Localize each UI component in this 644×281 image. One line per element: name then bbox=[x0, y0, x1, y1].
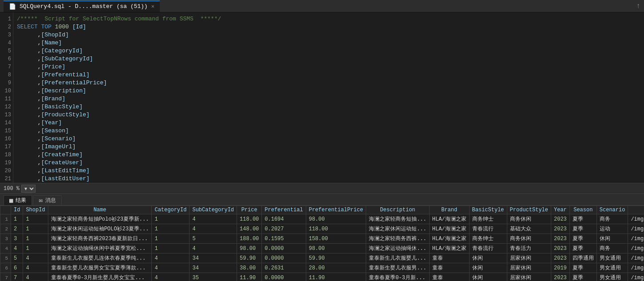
cell-BasicStyle: 商务绅士 bbox=[469, 214, 507, 224]
cell-Name: 海澜之家运动抽绳休闲中裤夏季宽松... bbox=[48, 244, 152, 253]
table-row[interactable]: 441海澜之家运动抽绳休闲中裤夏季宽松...1498.000.000098.00… bbox=[0, 244, 644, 253]
cell-row: 6 bbox=[0, 263, 11, 273]
cell-Brand: HLA/海澜之家 bbox=[429, 244, 469, 253]
cell-SubCategoryId: 4 bbox=[190, 224, 237, 234]
table-row[interactable]: 664童泰新生婴儿衣服男女宝宝夏季薄款...43438.000.263128.0… bbox=[0, 263, 644, 273]
cell-BasicStyle: 青春流行 bbox=[469, 224, 507, 234]
scroll-up-button[interactable]: ↑ bbox=[636, 2, 640, 10]
cell-Season: 夏季 bbox=[569, 244, 597, 253]
cell-Id: 2 bbox=[11, 224, 23, 234]
zoom-label: 100 % bbox=[4, 186, 20, 192]
cell-Name: 童泰春夏季0-3月新生婴儿男女宝宝... bbox=[48, 273, 152, 281]
col-header-Year: Year bbox=[551, 206, 570, 214]
cell-row: 7 bbox=[0, 273, 11, 281]
table-row[interactable]: 111海澜之家轻商务短抽Polo衫23夏季新...14118.000.16949… bbox=[0, 214, 644, 224]
cell-ProductStyle: 基础大众 bbox=[507, 224, 551, 234]
cell-PreferentialPrice: 158.00 bbox=[306, 234, 366, 244]
col-header-ShopId: ShopId bbox=[23, 206, 48, 214]
cell-BasicStyle: 休闲 bbox=[469, 253, 507, 263]
cell-Description: 童泰春夏季0-3月新... bbox=[366, 273, 430, 281]
cell-Brand: 童泰 bbox=[429, 263, 469, 273]
cell-Id: 1 bbox=[11, 214, 23, 224]
cell-Id: 5 bbox=[11, 253, 23, 263]
cell-BasicStyle: 青春流行 bbox=[469, 244, 507, 253]
cell-Price: 148.00 bbox=[237, 224, 262, 234]
bottom-area: ▦结果✉消息 IdShopIdNameCategoryIdSubCategory… bbox=[0, 194, 644, 281]
result-tabs: ▦结果✉消息 bbox=[0, 194, 644, 206]
cell-Scenario: 商务 bbox=[597, 244, 628, 253]
cell-Price: 59.90 bbox=[237, 253, 262, 263]
tab-label-results: 结果 bbox=[16, 197, 26, 204]
cell-Name: 童泰新生婴儿衣服男女宝宝夏季薄款... bbox=[48, 263, 152, 273]
table-row[interactable]: 331海澜之家轻商务西裤2023春夏新款日...15188.000.159515… bbox=[0, 234, 644, 244]
cell-Year: 2019 bbox=[551, 263, 570, 273]
cell-Name: 海澜之家休闲运动短袖POLO衫23夏季... bbox=[48, 224, 152, 234]
cell-Year: 2023 bbox=[551, 214, 570, 224]
cell-ImageUrl: /imgs/products/2.jpg bbox=[628, 224, 644, 234]
cell-ShopId: 1 bbox=[23, 234, 48, 244]
cell-Description: 海澜之家休闲运动短... bbox=[366, 224, 430, 234]
cell-BasicStyle: 休闲 bbox=[469, 263, 507, 273]
close-tab-button[interactable]: ✕ bbox=[151, 3, 154, 10]
cell-Preferential: 0.1595 bbox=[262, 234, 306, 244]
cell-Id: 3 bbox=[11, 234, 23, 244]
cell-Preferential: 0.2027 bbox=[262, 224, 306, 234]
tab-icon: 📄 bbox=[9, 3, 16, 10]
cell-Preferential: 0.0000 bbox=[262, 253, 306, 263]
table-row[interactable]: 554童泰新生儿衣服婴儿连体衣春夏季纯...43459.900.000059.9… bbox=[0, 253, 644, 263]
cell-Price: 38.00 bbox=[237, 263, 262, 273]
cell-Price: 98.00 bbox=[237, 244, 262, 253]
cell-Season: 夏季 bbox=[569, 224, 597, 234]
cell-Price: 11.90 bbox=[237, 273, 262, 281]
col-header-Description: Description bbox=[366, 206, 430, 214]
table-row[interactable]: 774童泰春夏季0-3月新生婴儿男女宝宝...43511.900.000011.… bbox=[0, 273, 644, 281]
table-row[interactable]: 221海澜之家休闲运动短袖POLO衫23夏季...14148.000.20271… bbox=[0, 224, 644, 234]
cell-ImageUrl: /imgs/products/6.jpg bbox=[628, 263, 644, 273]
col-header-Brand: Brand bbox=[429, 206, 469, 214]
cell-Year: 2023 bbox=[551, 234, 570, 244]
col-header-PreferentialPrice: PreferentialPrice bbox=[306, 206, 366, 214]
cell-ImageUrl: /imgs/products/4.jpg bbox=[628, 244, 644, 253]
cell-Id: 7 bbox=[11, 273, 23, 281]
cell-Name: 海澜之家轻商务西裤2023春夏新款日... bbox=[48, 234, 152, 244]
cell-SubCategoryId: 35 bbox=[190, 273, 237, 281]
cell-ShopId: 4 bbox=[23, 263, 48, 273]
code-area[interactable]: /***** Script for SelectTopNRows command… bbox=[13, 12, 644, 183]
col-header-CategoryId: CategoryId bbox=[152, 206, 190, 214]
cell-ShopId: 1 bbox=[23, 224, 48, 234]
zoom-select[interactable]: ▾ bbox=[21, 185, 36, 193]
cell-Scenario: 男女通用 bbox=[597, 253, 628, 263]
cell-CategoryId: 4 bbox=[152, 263, 190, 273]
cell-Description: 海澜之家运动抽绳休... bbox=[366, 244, 430, 253]
tab-label: SQLQuery4.sql - D....master (sa (51)) bbox=[20, 3, 148, 10]
cell-Year: 2023 bbox=[551, 224, 570, 234]
cell-row: 4 bbox=[0, 244, 11, 253]
cell-CategoryId: 1 bbox=[152, 224, 190, 234]
cell-ProductStyle: 居家休闲 bbox=[507, 253, 551, 263]
cell-Description: 海澜之家轻商务短抽... bbox=[366, 214, 430, 224]
sql-editor: 12345678910111213141516171819202122 /***… bbox=[0, 12, 644, 183]
cell-ShopId: 1 bbox=[23, 244, 48, 253]
cell-Brand: 童泰 bbox=[429, 253, 469, 263]
cell-Scenario: 男女通用 bbox=[597, 273, 628, 281]
cell-ProductStyle: 商务休闲 bbox=[507, 234, 551, 244]
cell-ProductStyle: 居家休闲 bbox=[507, 263, 551, 273]
cell-Description: 童泰新生婴儿衣服男... bbox=[366, 263, 430, 273]
cell-SubCategoryId: 34 bbox=[190, 263, 237, 273]
cell-Preferential: 0.0000 bbox=[262, 244, 306, 253]
cell-CategoryId: 1 bbox=[152, 234, 190, 244]
cell-ImageUrl: /imgs/products/1.jpg bbox=[628, 214, 644, 224]
col-header-Name: Name bbox=[48, 206, 152, 214]
cell-BasicStyle: 休闲 bbox=[469, 273, 507, 281]
col-header-ImageUrl: ImageUrl bbox=[628, 206, 644, 214]
cell-ShopId: 4 bbox=[23, 273, 48, 281]
cell-Description: 童泰新生儿衣服婴儿... bbox=[366, 253, 430, 263]
line-numbers: 12345678910111213141516171819202122 bbox=[0, 12, 13, 183]
result-tab-messages[interactable]: ✉消息 bbox=[33, 195, 61, 205]
result-tab-results[interactable]: ▦结果 bbox=[4, 195, 32, 205]
cell-SubCategoryId: 34 bbox=[190, 253, 237, 263]
sql-tab[interactable]: 📄 SQLQuery4.sql - D....master (sa (51)) … bbox=[4, 0, 160, 12]
cell-PreferentialPrice: 28.00 bbox=[306, 263, 366, 273]
cell-Name: 海澜之家轻商务短抽Polo衫23夏季新... bbox=[48, 214, 152, 224]
data-table-wrap[interactable]: IdShopIdNameCategoryIdSubCategoryIdPrice… bbox=[0, 206, 644, 281]
